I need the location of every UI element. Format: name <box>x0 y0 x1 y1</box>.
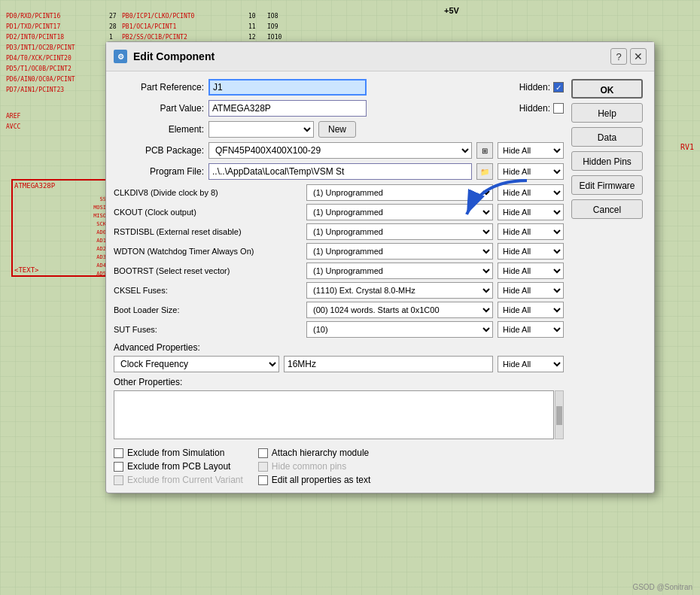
pcb-package-select[interactable]: QFN45P400X400X100-29 <box>208 142 472 159</box>
program-file-input[interactable] <box>208 163 472 180</box>
component-text: <TEXT> <box>14 266 39 274</box>
ckout-hide-select[interactable]: Hide All <box>498 204 564 220</box>
scrollbar-thumb <box>556 406 562 425</box>
pcb-package-hide-select[interactable]: Hide All <box>498 142 564 159</box>
attach-hierarchy-item: Attach hierarchy module <box>258 448 370 458</box>
other-properties-label: Other Properties: <box>114 377 564 387</box>
adv-hide-select[interactable]: Hide All <box>498 356 564 372</box>
dialog-close-button[interactable]: ✕ <box>630 48 647 65</box>
adv-property-select[interactable]: Clock Frequency <box>114 356 279 372</box>
bootrst-select[interactable]: (1) Unprogrammed <box>306 263 493 279</box>
right-checkboxes: Attach hierarchy module Hide common pins… <box>258 448 370 485</box>
hidden-checkbox-2[interactable] <box>553 103 564 114</box>
ckout-select[interactable]: (1) Unprogrammed <box>306 204 493 220</box>
cksel-row: CKSEL Fuses: (1110) Ext. Crystal 8.0-MHz… <box>114 282 564 299</box>
sut-row: SUT Fuses: (10) Hide All <box>114 321 564 338</box>
exclude-variant-item: Exclude from Current Variant <box>114 475 243 485</box>
clkdiv8-row: CLKDIV8 (Divide clock by 8) (1) Unprogra… <box>114 184 564 201</box>
wdton-select[interactable]: (1) Unprogrammed <box>306 243 493 260</box>
cksel-hide-select[interactable]: Hide All <box>498 282 564 299</box>
hidden-label-1: Hidden: <box>519 82 550 93</box>
wdton-hide-select[interactable]: Hide All <box>498 243 564 260</box>
clkdiv8-select[interactable]: (1) Unprogrammed <box>306 184 493 201</box>
aref-avcc: AREF AVCC <box>6 111 20 132</box>
program-file-label: Program File: <box>114 166 204 177</box>
other-properties-container <box>114 390 564 442</box>
edit-component-dialog: ⚙ Edit Component ? ✕ Part Reference: Hid… <box>105 41 655 493</box>
attach-hierarchy-checkbox[interactable] <box>258 448 268 458</box>
clkdiv8-hide-select[interactable]: Hide All <box>498 184 564 201</box>
exclude-sim-label: Exclude from Simulation <box>127 448 224 458</box>
advanced-properties-label: Advanced Properties: <box>114 342 564 353</box>
edit-firmware-button[interactable]: Edit Firmware <box>571 175 643 195</box>
cksel-select[interactable]: (1110) Ext. Crystal 8.0-MHz <box>306 282 493 299</box>
adv-value-input[interactable] <box>284 356 493 372</box>
cksel-label: CKSEL Fuses: <box>114 286 302 295</box>
rstdisbl-select[interactable]: (1) Unprogrammed <box>306 223 493 240</box>
element-row: Element: New <box>114 121 564 138</box>
part-value-row: Part Value: Hidden: <box>114 100 564 117</box>
scrollbar[interactable] <box>555 390 564 439</box>
dialog-icon: ⚙ <box>114 50 127 63</box>
hidden-label-2: Hidden: <box>519 103 550 114</box>
part-reference-input[interactable] <box>208 79 367 96</box>
hide-common-item: Hide common pins <box>258 461 370 472</box>
ok-button[interactable]: OK <box>571 79 643 99</box>
edit-all-label: Edit all properties as text <box>272 475 370 485</box>
rv1-label: RV1 <box>680 143 694 151</box>
element-select[interactable] <box>208 121 314 138</box>
hide-common-checkbox <box>258 462 268 472</box>
program-file-row: Program File: 📁 Hide All <box>114 163 564 180</box>
advanced-row: Clock Frequency Hide All <box>114 356 564 372</box>
attach-hierarchy-label: Attach hierarchy module <box>272 448 369 458</box>
exclude-pcb-checkbox[interactable] <box>114 462 123 472</box>
bootrst-row: BOOTRST (Select reset vector) (1) Unprog… <box>114 263 564 279</box>
program-file-browse-btn[interactable]: 📁 <box>476 163 493 180</box>
sut-select[interactable]: (10) <box>306 321 493 338</box>
wdton-label: WDTON (Watchdog Timer Always On) <box>114 247 302 256</box>
cancel-button[interactable]: Cancel <box>571 199 643 219</box>
pcb-package-row: PCB Package: QFN45P400X400X100-29 ⊞ Hide… <box>114 142 564 159</box>
dialog-body: Part Reference: Hidden: Part Value: Hidd… <box>106 71 654 493</box>
ckout-label: CKOUT (Clock output) <box>114 208 302 217</box>
bootrst-hide-select[interactable]: Hide All <box>498 263 564 279</box>
part-reference-label: Part Reference: <box>114 82 204 93</box>
left-checkboxes: Exclude from Simulation Exclude from PCB… <box>114 448 243 485</box>
edit-all-checkbox[interactable] <box>258 475 268 485</box>
exclude-pcb-label: Exclude from PCB Layout <box>127 461 230 472</box>
rstdisbl-hide-select[interactable]: Hide All <box>498 223 564 240</box>
data-button[interactable]: Data <box>571 127 643 147</box>
help-button[interactable]: Help <box>571 103 643 123</box>
pcb-left-pins: PD0/RXD/PCINT16 PD1/TXD/PCINT17 PD2/INT0… <box>6 11 75 96</box>
program-file-hide-select[interactable]: Hide All <box>498 163 564 180</box>
part-reference-row: Part Reference: Hidden: <box>114 79 564 96</box>
inner-pin-labels: SSMOSIMISOSCK AD0AD1AD2AD3 AD4AD5 <box>93 196 106 278</box>
other-properties-textarea[interactable] <box>114 390 554 439</box>
watermark: GSOD @Sonitran <box>632 583 692 591</box>
pcb-package-browse-btn[interactable]: ⊞ <box>476 142 493 159</box>
voltage-label: +5V <box>444 6 459 15</box>
exclude-sim-checkbox[interactable] <box>114 448 123 458</box>
new-button[interactable]: New <box>318 121 356 138</box>
sut-label: SUT Fuses: <box>114 325 302 334</box>
exclude-sim-item: Exclude from Simulation <box>114 448 243 458</box>
sut-hide-select[interactable]: Hide All <box>498 321 564 338</box>
element-label: Element: <box>114 124 204 135</box>
hidden-pins-button[interactable]: Hidden Pins <box>571 151 643 171</box>
part-value-label: Part Value: <box>114 103 204 114</box>
pcb-package-label: PCB Package: <box>114 145 204 156</box>
hide-common-label: Hide common pins <box>272 461 346 472</box>
bootloader-label: Boot Loader Size: <box>114 305 302 314</box>
component-box: ATMEGA328P <TEXT> SSMOSIMISOSCK AD0AD1AD… <box>11 179 109 277</box>
dialog-sidebar: OK Help Data Hidden Pins Edit Firmware C… <box>571 79 647 485</box>
ckout-row: CKOUT (Clock output) (1) Unprogrammed Hi… <box>114 204 564 220</box>
bootloader-select[interactable]: (00) 1024 words. Starts at 0x1C00 <box>306 302 493 318</box>
edit-all-item: Edit all properties as text <box>258 475 370 485</box>
wdton-row: WDTON (Watchdog Timer Always On) (1) Unp… <box>114 243 564 260</box>
dialog-help-button[interactable]: ? <box>610 48 627 65</box>
component-name: ATMEGA328P <box>14 182 55 190</box>
exclude-variant-label: Exclude from Current Variant <box>127 475 243 485</box>
hidden-checkbox-1[interactable] <box>553 82 564 93</box>
bootloader-hide-select[interactable]: Hide All <box>498 302 564 318</box>
part-value-input[interactable] <box>208 100 367 117</box>
